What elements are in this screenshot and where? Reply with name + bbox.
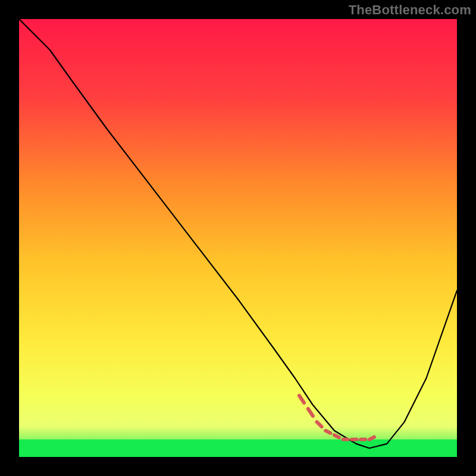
highlight-dash bbox=[369, 437, 374, 440]
green-band bbox=[19, 440, 457, 457]
plot-area bbox=[19, 19, 457, 457]
highlight-dash bbox=[334, 435, 339, 437]
chart-svg bbox=[19, 19, 457, 457]
gradient-background bbox=[19, 19, 457, 457]
watermark-text: TheBottleneck.com bbox=[349, 2, 471, 18]
app-frame: TheBottleneck.com bbox=[0, 0, 476, 476]
highlight-dash bbox=[325, 431, 330, 433]
